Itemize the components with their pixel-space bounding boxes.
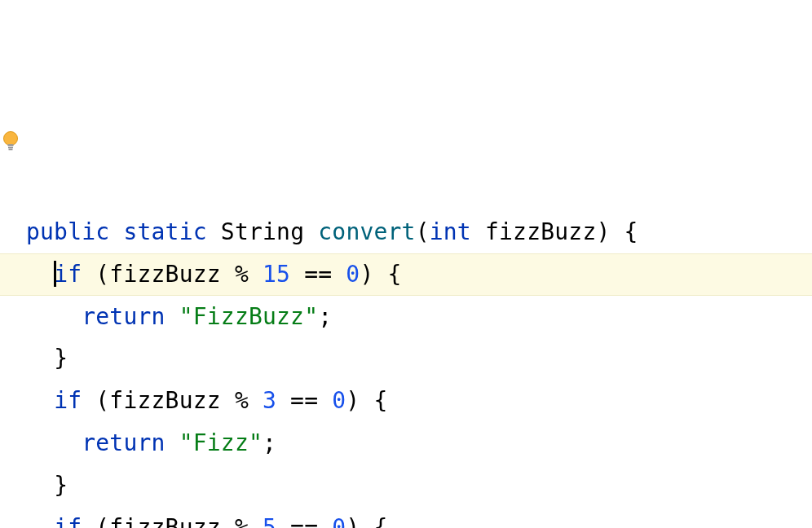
number-literal: 0 <box>346 261 360 288</box>
code-line[interactable]: public static String convert(int fizzBuz… <box>0 211 812 253</box>
code-line[interactable]: if (fizzBuzz % 3 == 0) { <box>0 380 812 422</box>
paren-open: ( <box>416 218 430 245</box>
keyword-return: return <box>82 303 165 330</box>
op-eq: == <box>276 514 332 528</box>
svg-rect-2 <box>8 147 13 148</box>
cond-text: (fizzBuzz % <box>82 261 263 288</box>
code-line[interactable]: } <box>0 464 812 507</box>
svg-point-0 <box>4 131 18 145</box>
keyword-public: public <box>26 218 109 245</box>
brace-close: } <box>54 472 68 499</box>
cond-text: (fizzBuzz % <box>82 387 263 414</box>
semicolon: ; <box>263 429 276 456</box>
cond-close: ) { <box>346 514 387 528</box>
method-name: convert <box>318 218 415 245</box>
intention-bulb-icon[interactable] <box>2 46 20 64</box>
text-caret <box>54 261 56 287</box>
svg-rect-1 <box>8 144 14 146</box>
code-line-highlighted[interactable]: if (fizzBuzz % 15 == 0) { <box>0 253 812 296</box>
keyword-return: return <box>82 429 165 456</box>
number-literal: 0 <box>332 387 346 414</box>
code-line[interactable]: } <box>0 337 812 380</box>
keyword-if: if <box>54 387 82 414</box>
param-name: fizzBuzz <box>485 218 596 245</box>
type-string: String <box>221 218 304 245</box>
code-line[interactable]: if (fizzBuzz % 5 == 0) { <box>0 507 812 528</box>
semicolon: ; <box>318 303 332 330</box>
number-literal: 5 <box>263 514 276 528</box>
number-literal: 3 <box>263 387 276 414</box>
op-eq: == <box>276 387 332 414</box>
keyword-int: int <box>430 218 471 245</box>
op-eq: == <box>290 261 346 288</box>
string-literal: "FizzBuzz" <box>179 303 319 330</box>
cond-text: (fizzBuzz % <box>82 514 263 528</box>
paren-close-brace: ) { <box>596 218 638 245</box>
string-literal: "Fizz" <box>179 429 263 456</box>
code-line[interactable]: return "Fizz"; <box>0 422 812 464</box>
code-line[interactable]: return "FizzBuzz"; <box>0 296 812 338</box>
number-literal: 15 <box>263 261 290 288</box>
number-literal: 0 <box>332 514 346 528</box>
keyword-static: static <box>123 218 206 245</box>
keyword-if: if <box>54 514 82 528</box>
keyword-if: if <box>54 261 82 288</box>
brace-close: } <box>54 345 68 372</box>
code-editor[interactable]: public static String convert(int fizzBuz… <box>0 0 812 528</box>
cond-close: ) { <box>360 261 401 288</box>
svg-rect-3 <box>9 148 13 150</box>
cond-close: ) { <box>346 387 387 414</box>
